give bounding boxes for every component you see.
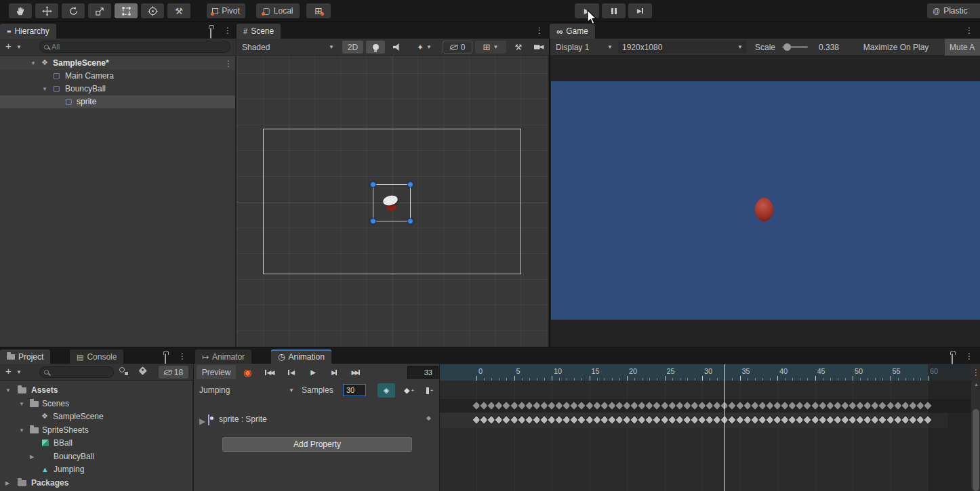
scale-tool-button[interactable] bbox=[88, 3, 111, 18]
scroll-up-icon[interactable]: ▲ bbox=[974, 382, 979, 387]
animated-property-row[interactable]: ▶ sprite : Sprite ◆ bbox=[194, 411, 440, 427]
foldout-icon[interactable]: ▼ bbox=[19, 427, 24, 433]
keyframe-diamond[interactable] bbox=[714, 416, 721, 423]
project-row-bball[interactable]: BBall bbox=[0, 437, 192, 450]
filter-by-type-button[interactable] bbox=[119, 367, 129, 375]
keyframe-diamond[interactable] bbox=[698, 416, 706, 423]
keyframe-diamond[interactable] bbox=[600, 416, 608, 423]
keyframe-diamond[interactable] bbox=[661, 402, 668, 409]
add-asset-button[interactable]: + bbox=[5, 365, 12, 377]
add-event-button[interactable]: + bbox=[421, 383, 438, 398]
current-frame-field[interactable] bbox=[407, 366, 438, 379]
keyframe-diamond[interactable] bbox=[841, 416, 849, 423]
keyframe-diamond[interactable] bbox=[766, 416, 773, 423]
keyframe-diamond[interactable] bbox=[668, 402, 676, 409]
tab-animator[interactable]: ↦ Animator bbox=[195, 349, 251, 364]
keyframe-diamond[interactable] bbox=[593, 402, 600, 409]
keyframe-diamond[interactable] bbox=[849, 416, 856, 423]
keyframe-diamond[interactable] bbox=[826, 416, 834, 423]
keyframe-diamond[interactable] bbox=[563, 402, 571, 409]
selection-handle-bl[interactable] bbox=[370, 218, 376, 224]
keyframe-diamond[interactable] bbox=[571, 416, 578, 423]
pivot-toggle-button[interactable]: Pivot bbox=[207, 3, 245, 18]
keyframe-diamond[interactable] bbox=[488, 416, 495, 423]
keyframe-diamond[interactable] bbox=[879, 402, 886, 409]
foldout-icon[interactable]: ▶ bbox=[5, 480, 9, 486]
keyframe-diamond[interactable] bbox=[811, 402, 819, 409]
keyframe-diamond[interactable] bbox=[510, 402, 518, 409]
animation-timeline[interactable]: 051015202530354045505560 ⋮ ▲ bbox=[439, 364, 980, 491]
tab-hierarchy[interactable]: ≡ Hierarchy bbox=[0, 24, 56, 39]
transform-tool-button[interactable] bbox=[141, 3, 164, 18]
keyframe-diamond[interactable] bbox=[525, 402, 533, 409]
keyframe-diamond[interactable] bbox=[480, 402, 487, 409]
timeline-menu-button[interactable]: ⋮ bbox=[971, 364, 980, 381]
keyframe-diamond[interactable] bbox=[646, 416, 653, 423]
keyframe-diamond[interactable] bbox=[819, 416, 826, 423]
keyframe-diamond[interactable] bbox=[886, 402, 894, 409]
record-button[interactable]: ◉ bbox=[237, 365, 258, 379]
keyframe-diamond[interactable] bbox=[533, 416, 540, 423]
selection-handle-tr[interactable] bbox=[407, 182, 413, 188]
keyframe-diamond[interactable] bbox=[729, 402, 736, 409]
keyframe-diamond[interactable] bbox=[683, 416, 691, 423]
create-button[interactable]: + bbox=[5, 40, 12, 51]
keyframe-diamond[interactable] bbox=[758, 402, 766, 409]
keyframe-diamond[interactable] bbox=[714, 402, 721, 409]
keyframe-diamond[interactable] bbox=[691, 402, 698, 409]
keyframe-diamond[interactable] bbox=[773, 402, 781, 409]
tab-console[interactable]: ▤ Console bbox=[70, 349, 123, 364]
selection-handle-tl[interactable] bbox=[370, 182, 376, 188]
scene-camera-button[interactable] bbox=[531, 41, 547, 54]
keyframe-diamond[interactable] bbox=[909, 402, 916, 409]
keyframe-diamond[interactable] bbox=[472, 402, 480, 409]
keyframe-diamond[interactable] bbox=[804, 402, 811, 409]
keyframe-diamond[interactable] bbox=[819, 402, 826, 409]
pause-button[interactable] bbox=[602, 3, 626, 18]
keyframe-diamond[interactable] bbox=[886, 416, 894, 423]
keyframe-diamond[interactable] bbox=[676, 416, 683, 423]
local-toggle-button[interactable]: ▢ Local bbox=[256, 3, 300, 18]
add-keyframe-button[interactable]: ◆ + bbox=[400, 383, 418, 398]
scale-slider-knob[interactable] bbox=[783, 43, 791, 51]
project-row-jumping[interactable]: ▲ Jumping bbox=[0, 463, 192, 476]
step-button[interactable]: ▶ bbox=[628, 3, 652, 18]
keyframe-diamond[interactable] bbox=[525, 416, 533, 423]
keyframe-diamond[interactable] bbox=[924, 416, 931, 423]
keyframe-diamond[interactable] bbox=[510, 416, 518, 423]
keyframe-diamond[interactable] bbox=[879, 416, 886, 423]
keyframe-diamond[interactable] bbox=[864, 402, 872, 409]
project-row-spritesheets[interactable]: ▼ SpriteSheets bbox=[0, 424, 192, 437]
keyframe-diamond[interactable] bbox=[804, 416, 811, 423]
keyframe-diamond[interactable] bbox=[608, 402, 615, 409]
keyframe-diamond[interactable] bbox=[736, 402, 743, 409]
foldout-icon[interactable]: ▶ bbox=[30, 454, 34, 460]
hierarchy-search-input[interactable] bbox=[52, 43, 226, 51]
keyframe-diamond[interactable] bbox=[646, 402, 653, 409]
keyframe-diamond[interactable] bbox=[472, 416, 480, 423]
grid-visibility-dropdown[interactable]: ⊞ ▼ bbox=[475, 41, 506, 54]
hierarchy-menu-icon[interactable]: ⋮ bbox=[224, 26, 231, 35]
previous-key-button[interactable]: ◀ bbox=[281, 365, 301, 379]
scene-viewport[interactable] bbox=[237, 56, 548, 347]
keyframe-diamond[interactable] bbox=[578, 402, 586, 409]
keyframe-diamond[interactable] bbox=[540, 416, 548, 423]
resolution-dropdown[interactable]: 1920x1080 ▼ bbox=[618, 41, 747, 54]
project-row-samplescene[interactable]: ❖ SampleScene bbox=[0, 410, 192, 423]
keyframe-diamond[interactable] bbox=[894, 416, 901, 423]
project-menu-icon[interactable]: ⋮ bbox=[178, 351, 186, 361]
keyframe-diamond[interactable] bbox=[924, 402, 931, 409]
keyframe-target-button[interactable]: ◈ bbox=[377, 383, 395, 398]
keyframe-diamond[interactable] bbox=[676, 402, 683, 409]
hand-tool-button[interactable] bbox=[9, 3, 32, 18]
tab-project[interactable]: Project bbox=[0, 349, 50, 364]
playhead[interactable] bbox=[724, 364, 725, 491]
effects-dropdown-button[interactable]: ✦ ▼ bbox=[409, 41, 439, 54]
hierarchy-lock-icon[interactable] bbox=[210, 28, 211, 39]
foldout-icon[interactable]: ▶ bbox=[199, 417, 205, 426]
foldout-icon[interactable]: ▼ bbox=[30, 60, 36, 66]
goto-first-frame-button[interactable]: ◀◀ bbox=[259, 365, 279, 379]
create-caret-icon[interactable]: ▼ bbox=[16, 44, 22, 50]
foldout-icon[interactable]: ▼ bbox=[42, 86, 47, 92]
keyframe-diamond[interactable] bbox=[773, 416, 781, 423]
